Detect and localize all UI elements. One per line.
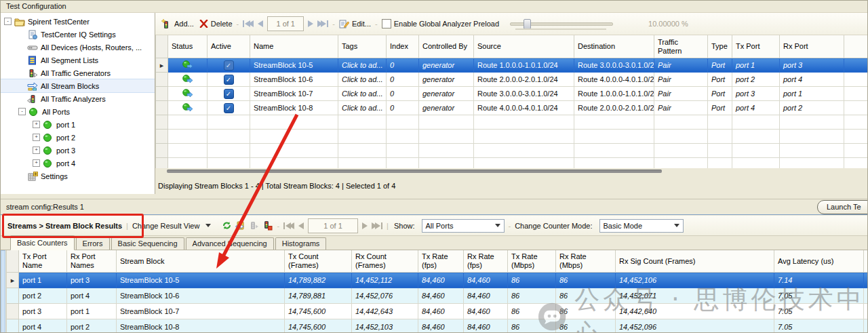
active-cell[interactable]: ✓ [208,87,250,101]
col-header-tx-port-name[interactable]: Tx Port Name [19,250,67,273]
col-header-partial[interactable]: N [864,250,868,273]
active-cell[interactable]: ✓ [208,101,250,115]
edit-button[interactable]: Edit... [339,19,371,28]
results-row-2[interactable]: port 2 port 4 StreamBlock 10-6 14,789,88… [7,288,868,304]
stream-row-3[interactable]: ✓ StreamBlock 10-7 Click to ad... 0 gene… [156,87,868,101]
tags-cell[interactable]: Click to ad... [338,73,387,87]
tree-item-spirent-testcenter[interactable]: - Spirent TestCenter [1,15,155,28]
stream-results-icon[interactable] [249,220,259,231]
tree-item-all-traffic-analyzers[interactable]: All Traffic Analyzers [1,92,155,105]
results-row-1[interactable]: ▸ port 1 port 3 StreamBlock 10-5 14,789,… [7,273,868,288]
nav-prev-icon[interactable] [258,20,263,27]
col-header-tx-rate-mbps[interactable]: Tx Rate (Mbps) [508,250,556,273]
add-button[interactable]: Add... [161,19,194,28]
nav-next-icon[interactable] [308,20,313,27]
tree-item-port-4[interactable]: + port 4 [1,157,155,170]
stream-row-4[interactable]: ✓ StreamBlock 10-8 Click to ad... 0 gene… [156,101,868,115]
col-header-index[interactable]: Index [387,35,419,58]
col-header-rx-count[interactable]: Rx Count (Frames) [352,250,418,273]
analyzer-results-icon[interactable] [262,220,273,231]
tags-cell[interactable]: Click to ad... [338,87,387,101]
active-checkbox[interactable]: ✓ [224,89,234,99]
col-header-status[interactable]: Status [168,35,208,58]
row-selector[interactable] [7,304,19,319]
tree-item-all-traffic-generators[interactable]: All Traffic Generators [1,66,155,79]
page-indicator[interactable]: 1 of 1 [267,16,304,31]
tree-item-all-segment-lists[interactable]: All Segment Lists [1,54,155,66]
col-header-rx-rate-mbps[interactable]: Rx Rate (Mbps) [556,250,616,273]
nav-prev-icon[interactable] [298,222,304,229]
col-header-stream-block[interactable]: Stream Block [117,250,285,273]
row-selector[interactable] [156,101,168,115]
col-header-avg-latency[interactable]: Avg Latency (us) [774,250,864,273]
export-icon[interactable] [235,220,245,231]
nav-first-icon[interactable] [283,222,294,229]
col-header-destination[interactable]: Destination [574,35,654,58]
col-header-rx-port[interactable]: Rx Port [780,35,844,58]
col-header-tags[interactable]: Tags [338,35,387,58]
slider-thumb[interactable] [524,19,531,29]
row-selector[interactable]: ▸ [156,58,168,73]
tags-cell[interactable]: Click to ad... [338,58,387,73]
nav-next-icon[interactable] [362,222,368,229]
active-checkbox[interactable]: ✓ [224,75,234,85]
load-slider[interactable] [510,17,613,31]
tab-histograms[interactable]: Histograms [275,237,327,250]
results-page-indicator[interactable]: 1 of 1 [308,218,358,233]
vertical-scrollbar[interactable] [1,250,5,333]
col-header-type[interactable]: Type [708,35,732,58]
preload-checkbox[interactable] [382,19,391,28]
col-header-name[interactable]: Name [250,35,338,58]
collapse-expander-icon[interactable]: - [4,18,12,25]
show-ports-dropdown[interactable]: All Ports [422,219,505,233]
nav-first-icon[interactable] [243,20,254,27]
tree-item-port-3[interactable]: + port 3 [1,144,155,157]
row-selector[interactable] [7,288,19,304]
horizontal-scrollbar[interactable] [167,170,662,173]
tree-item-all-devices[interactable]: All Devices (Hosts, Routers, ... [1,41,155,54]
col-header-source[interactable]: Source [474,35,574,58]
launch-button[interactable]: Launch Te [817,200,868,214]
active-cell[interactable]: ✓ [208,58,250,73]
col-header-rx-sig-count[interactable]: Rx Sig Count (Frames) [616,250,774,273]
col-header-rx-rate-fps[interactable]: Rx Rate (fps) [464,250,508,273]
results-row-4[interactable]: port 4 port 2 StreamBlock 10-8 14,745,60… [7,319,868,333]
tab-errors[interactable]: Errors [76,237,110,250]
tab-basic-counters[interactable]: Basic Counters [10,235,75,250]
col-header-rx-port-names[interactable]: Rx Port Names [67,250,117,273]
row-selector[interactable] [7,319,19,333]
col-header-tx-rate-fps[interactable]: Tx Rate (fps) [418,250,464,273]
row-selector[interactable] [156,87,168,101]
col-header-tx-port[interactable]: Tx Port [732,35,780,58]
results-row-3[interactable]: port 3 port 1 StreamBlock 10-7 14,745,60… [7,304,868,319]
stream-row-2[interactable]: ✓ StreamBlock 10-6 Click to ad... 0 gene… [156,73,868,87]
collapse-expander-icon[interactable]: - [18,108,26,115]
nav-last-icon[interactable] [372,222,382,229]
tree-item-port-1[interactable]: + port 1 [1,118,155,131]
tree-item-settings[interactable]: Settings [1,170,155,182]
tab-advanced-sequencing[interactable]: Advanced Sequencing [186,237,274,250]
expand-expander-icon[interactable]: + [33,146,40,154]
expand-expander-icon[interactable]: + [33,134,40,141]
active-checkbox[interactable]: ✓ [224,60,234,71]
col-header-active[interactable]: Active [208,35,250,58]
nav-last-icon[interactable] [317,20,328,27]
active-cell[interactable]: ✓ [208,73,250,87]
row-selector[interactable] [156,73,168,87]
row-selector[interactable]: ▸ [7,273,19,288]
tree-item-all-stream-blocks[interactable]: All Stream Blocks [1,79,155,92]
tags-cell[interactable]: Click to ad... [338,101,387,115]
stream-row-1[interactable]: ▸ ✓ StreamBlock 10-5 Click to ad... 0 ge… [156,58,868,73]
active-checkbox[interactable]: ✓ [224,103,234,113]
col-header-tx-count[interactable]: Tx Count (Frames) [285,250,352,273]
tree-item-port-2[interactable]: + port 2 [1,131,155,144]
counter-mode-dropdown[interactable]: Basic Mode [599,219,684,233]
delete-button[interactable]: Delete [199,20,233,28]
expand-expander-icon[interactable]: + [33,121,40,128]
tree-item-iq-settings[interactable]: TestCenter IQ Settings [1,28,155,41]
col-header-controlledby[interactable]: Controlled By [419,35,474,58]
tab-basic-sequencing[interactable]: Basic Sequencing [111,237,184,250]
col-header-traffic-pattern[interactable]: Traffic Pattern [654,35,708,58]
preload-checkbox-group[interactable]: Enable Global Analyzer Preload [382,19,499,28]
tree-item-all-ports[interactable]: - All Ports [1,105,155,118]
